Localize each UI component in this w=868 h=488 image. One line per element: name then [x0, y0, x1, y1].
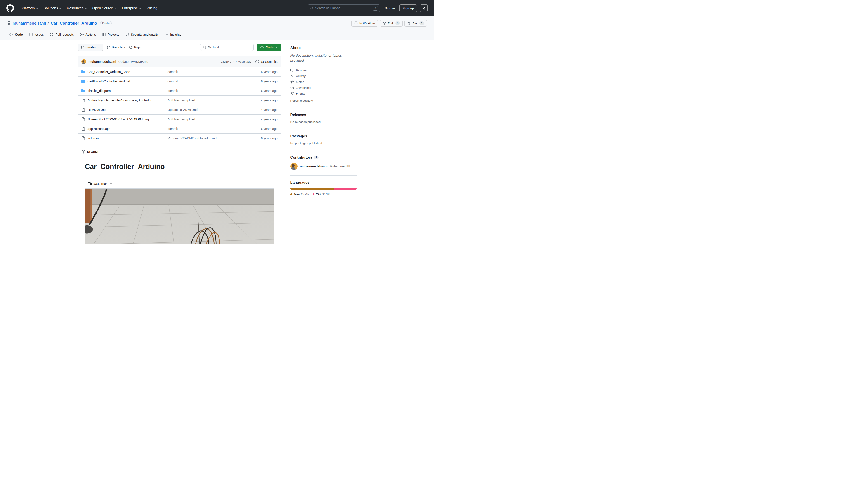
history-icon: [255, 60, 259, 64]
nav-item-open-source[interactable]: Open Source: [91, 4, 118, 12]
slash-key-hint: /: [373, 6, 378, 11]
issue-icon: [29, 33, 33, 36]
tab-actions[interactable]: Actions: [78, 29, 98, 40]
language-bar: [290, 188, 357, 190]
nav-item-solutions[interactable]: Solutions: [42, 4, 63, 12]
fork-icon: [290, 92, 294, 96]
go-to-file-box[interactable]: [200, 43, 254, 51]
commit-author-link[interactable]: muhammedelsami: [89, 60, 116, 64]
file-name-link[interactable]: circuits_diagram: [88, 89, 111, 93]
file-commit-link[interactable]: Add files via upload: [168, 98, 195, 102]
tab-projects[interactable]: Projects: [100, 29, 121, 40]
report-repository-link[interactable]: Report repository: [290, 99, 357, 102]
file-commit-link[interactable]: commit: [168, 70, 178, 74]
file-commit-link[interactable]: Add files via upload: [168, 118, 195, 121]
file-row: app-release.apk commit 6 years ago: [78, 124, 281, 133]
tab-security-and-quality[interactable]: Security and quality: [123, 29, 161, 40]
tab-pull-requests[interactable]: Pull requests: [48, 29, 76, 40]
code-download-button[interactable]: Code: [257, 43, 281, 51]
contributors-heading[interactable]: Contributors1: [290, 156, 357, 160]
language-bar-cpp[interactable]: [334, 188, 357, 190]
activity-stat[interactable]: Activity: [290, 73, 357, 79]
file-name-link[interactable]: carBlutoothController_Android: [88, 79, 130, 83]
avatar[interactable]: [290, 163, 298, 170]
nav-item-platform[interactable]: Platform: [20, 4, 40, 12]
fork-button[interactable]: Fork 0: [380, 20, 403, 27]
file-name-link[interactable]: Screen Shot 2022-04-07 at 3.53.49 PM.png: [88, 118, 149, 121]
branch-selector[interactable]: master: [78, 43, 103, 51]
commit-sha-link[interactable]: 03d2f4b: [221, 60, 231, 63]
releases-section: Releases No releases published: [290, 108, 357, 129]
notifications-button[interactable]: Notifications: [351, 20, 378, 27]
file-commit-link[interactable]: Update README.md: [168, 108, 197, 111]
file-name-link[interactable]: video.md: [88, 136, 101, 140]
breadcrumb-owner-link[interactable]: muhammedelsami: [13, 21, 46, 26]
file-name-link[interactable]: Android uygulaması ile Arduino araç kont…: [88, 98, 154, 102]
sign-in-link[interactable]: Sign in: [383, 5, 396, 11]
folder-icon: [81, 79, 85, 83]
search-input[interactable]: [315, 6, 371, 10]
languages-heading: Languages: [290, 181, 357, 185]
language-cpp[interactable]: C++ 34.3%: [313, 193, 330, 196]
nav-item-enterprise[interactable]: Enterprise: [120, 4, 143, 12]
file-toolbar: master Branches Tags: [78, 43, 281, 51]
github-logo[interactable]: [6, 4, 14, 12]
file-age: 6 years ago: [248, 89, 278, 93]
readme-tab[interactable]: README: [80, 147, 102, 157]
commits-count-link[interactable]: 11 Commits: [261, 60, 278, 64]
file-age: 6 years ago: [248, 79, 278, 83]
video-player-header[interactable]: aaaa.mp4: [85, 179, 274, 188]
file-commit-link[interactable]: commit: [168, 89, 178, 93]
pull-request-icon: [50, 33, 54, 36]
github-repo-page: Platform Solutions Resources Open Source…: [0, 0, 434, 244]
contributor-login-link[interactable]: muhammedelsami: [300, 164, 328, 168]
dot-separator: ·: [233, 60, 234, 63]
tab-issues[interactable]: Issues: [27, 29, 46, 40]
code-icon: [9, 33, 13, 36]
commit-message-link[interactable]: Update README.md: [119, 60, 148, 64]
file-row: README.md Update README.md 4 years ago: [78, 105, 281, 114]
shield-icon: [125, 33, 129, 36]
readme-title: Car_Controller_Arduino: [85, 163, 274, 173]
go-to-file-input[interactable]: [208, 45, 251, 49]
star-button[interactable]: Star 1: [404, 20, 427, 27]
tag-icon: [129, 45, 132, 49]
folder-icon: [81, 89, 85, 93]
file-age: 6 years ago: [248, 136, 278, 140]
forks-stat[interactable]: 0 forks: [290, 91, 357, 97]
branches-link[interactable]: Branches: [107, 45, 125, 49]
video-camera-icon: [88, 182, 92, 186]
tab-code[interactable]: Code: [7, 29, 25, 40]
file-commit-link[interactable]: commit: [168, 79, 178, 83]
language-bar-java[interactable]: [290, 188, 334, 190]
primary-nav: Platform Solutions Resources Open Source…: [20, 4, 159, 12]
releases-heading[interactable]: Releases: [290, 113, 357, 117]
file-name-link[interactable]: README.md: [88, 108, 106, 111]
global-header: Platform Solutions Resources Open Source…: [0, 0, 434, 16]
contributors-count: 1: [314, 156, 319, 159]
contributor-row[interactable]: muhammedelsami Muhammed El…: [290, 163, 357, 170]
appearance-settings-button[interactable]: [420, 4, 428, 12]
file-name-link[interactable]: Car_Controller_Arduino_Code: [88, 70, 130, 74]
cpp-dot-icon: [313, 193, 314, 195]
sign-up-button[interactable]: Sign up: [399, 4, 417, 12]
stars-stat[interactable]: 1 star: [290, 79, 357, 85]
file-icon: [81, 127, 85, 131]
packages-heading[interactable]: Packages: [290, 134, 357, 138]
nav-item-resources[interactable]: Resources: [65, 4, 89, 12]
tags-link[interactable]: Tags: [129, 45, 141, 49]
watching-stat[interactable]: 1 watching: [290, 85, 357, 91]
breadcrumb-repo-link[interactable]: Car_Controller_Arduino: [51, 21, 97, 26]
file-commit-link[interactable]: Rename README.md to video.md: [168, 136, 217, 140]
language-java[interactable]: Java 65.7%: [290, 193, 309, 196]
nav-item-pricing[interactable]: Pricing: [145, 4, 159, 12]
star-count: 1: [419, 22, 424, 25]
file-name-link[interactable]: app-release.apk: [88, 127, 110, 131]
global-search[interactable]: /: [308, 4, 380, 12]
readme-stat[interactable]: Readme: [290, 67, 357, 73]
tab-insights[interactable]: Insights: [162, 29, 183, 40]
repo-sidebar: About No description, website, or topics…: [290, 43, 357, 244]
avatar[interactable]: [81, 59, 86, 64]
video-frame[interactable]: [85, 188, 274, 244]
file-commit-link[interactable]: commit: [168, 127, 178, 131]
